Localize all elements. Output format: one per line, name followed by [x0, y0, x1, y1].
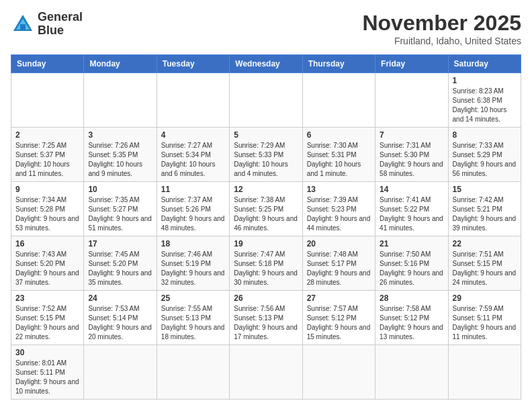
day-number: 11: [161, 185, 225, 194]
day-number: 24: [88, 293, 152, 303]
day-number: 2: [15, 130, 79, 140]
calendar-cell: 21Sunrise: 7:50 AM Sunset: 5:16 PM Dayli…: [375, 236, 448, 291]
day-info: Sunrise: 7:48 AM Sunset: 5:17 PM Dayligh…: [307, 250, 371, 287]
calendar-cell: [302, 73, 375, 128]
calendar-cell: 4Sunrise: 7:27 AM Sunset: 5:34 PM Daylig…: [157, 128, 229, 182]
calendar-cell: 13Sunrise: 7:39 AM Sunset: 5:23 PM Dayli…: [302, 182, 375, 236]
day-number: 3: [88, 130, 152, 140]
day-info: Sunrise: 7:59 AM Sunset: 5:11 PM Dayligh…: [453, 304, 517, 342]
calendar-cell: 5Sunrise: 7:29 AM Sunset: 5:33 PM Daylig…: [230, 128, 302, 182]
title-area: November 2025 Fruitland, Idaho, United S…: [362, 11, 521, 46]
day-number: 14: [380, 185, 443, 194]
day-number: 6: [307, 130, 371, 140]
calendar-cell: [375, 73, 448, 128]
calendar-cell: 28Sunrise: 7:58 AM Sunset: 5:12 PM Dayli…: [375, 291, 448, 345]
calendar-cell: [375, 345, 448, 400]
day-number: 28: [380, 293, 443, 303]
calendar-cell: [84, 345, 157, 400]
day-number: 19: [234, 239, 298, 248]
day-info: Sunrise: 7:35 AM Sunset: 5:27 PM Dayligh…: [88, 195, 152, 233]
day-info: Sunrise: 8:01 AM Sunset: 5:11 PM Dayligh…: [15, 359, 79, 396]
calendar-cell: 2Sunrise: 7:25 AM Sunset: 5:37 PM Daylig…: [11, 128, 84, 182]
calendar-cell: [230, 345, 302, 400]
day-info: Sunrise: 7:39 AM Sunset: 5:23 PM Dayligh…: [307, 195, 371, 233]
calendar-cell: 8Sunrise: 7:33 AM Sunset: 5:29 PM Daylig…: [448, 128, 521, 182]
day-info: Sunrise: 7:26 AM Sunset: 5:35 PM Dayligh…: [88, 141, 152, 179]
calendar-cell: 16Sunrise: 7:43 AM Sunset: 5:20 PM Dayli…: [11, 236, 84, 291]
calendar-cell: 26Sunrise: 7:56 AM Sunset: 5:13 PM Dayli…: [230, 291, 302, 345]
day-number: 20: [307, 239, 371, 248]
logo-icon: [11, 12, 35, 36]
calendar-cell: 18Sunrise: 7:46 AM Sunset: 5:19 PM Dayli…: [157, 236, 229, 291]
header: General Blue November 2025 Fruitland, Id…: [11, 11, 521, 46]
day-info: Sunrise: 7:58 AM Sunset: 5:12 PM Dayligh…: [380, 304, 443, 342]
day-number: 26: [234, 293, 298, 303]
day-info: Sunrise: 7:47 AM Sunset: 5:18 PM Dayligh…: [234, 250, 298, 287]
day-info: Sunrise: 7:37 AM Sunset: 5:26 PM Dayligh…: [161, 195, 225, 233]
day-info: Sunrise: 7:29 AM Sunset: 5:33 PM Dayligh…: [234, 141, 298, 179]
day-info: Sunrise: 7:46 AM Sunset: 5:19 PM Dayligh…: [161, 250, 225, 287]
day-info: Sunrise: 7:50 AM Sunset: 5:16 PM Dayligh…: [380, 250, 443, 287]
weekday-header-thursday: Thursday: [302, 55, 375, 73]
calendar-cell: 30Sunrise: 8:01 AM Sunset: 5:11 PM Dayli…: [11, 345, 84, 400]
day-number: 5: [234, 130, 298, 140]
day-info: Sunrise: 7:33 AM Sunset: 5:29 PM Dayligh…: [453, 141, 517, 179]
calendar-cell: 3Sunrise: 7:26 AM Sunset: 5:35 PM Daylig…: [84, 128, 157, 182]
calendar-cell: 19Sunrise: 7:47 AM Sunset: 5:18 PM Dayli…: [230, 236, 302, 291]
location-title: Fruitland, Idaho, United States: [362, 36, 521, 46]
calendar-cell: 6Sunrise: 7:30 AM Sunset: 5:31 PM Daylig…: [302, 128, 375, 182]
day-info: Sunrise: 7:38 AM Sunset: 5:25 PM Dayligh…: [234, 195, 298, 233]
day-info: Sunrise: 7:52 AM Sunset: 5:15 PM Dayligh…: [15, 304, 79, 342]
calendar-cell: [84, 73, 157, 128]
calendar-cell: 14Sunrise: 7:41 AM Sunset: 5:22 PM Dayli…: [375, 182, 448, 236]
month-title: November 2025: [362, 11, 521, 36]
day-number: 21: [380, 239, 443, 248]
calendar-cell: [230, 73, 302, 128]
day-info: Sunrise: 7:43 AM Sunset: 5:20 PM Dayligh…: [15, 250, 79, 287]
day-info: Sunrise: 7:42 AM Sunset: 5:21 PM Dayligh…: [453, 195, 517, 233]
calendar-cell: 15Sunrise: 7:42 AM Sunset: 5:21 PM Dayli…: [448, 182, 521, 236]
calendar-cell: 10Sunrise: 7:35 AM Sunset: 5:27 PM Dayli…: [84, 182, 157, 236]
day-info: Sunrise: 7:30 AM Sunset: 5:31 PM Dayligh…: [307, 141, 371, 179]
weekday-header-row: SundayMondayTuesdayWednesdayThursdayFrid…: [11, 55, 521, 73]
calendar-cell: 17Sunrise: 7:45 AM Sunset: 5:20 PM Dayli…: [84, 236, 157, 291]
calendar-cell: [157, 73, 229, 128]
week-row-0: 1Sunrise: 8:23 AM Sunset: 6:38 PM Daylig…: [11, 73, 521, 128]
weekday-header-friday: Friday: [375, 55, 448, 73]
calendar-cell: 27Sunrise: 7:57 AM Sunset: 5:12 PM Dayli…: [302, 291, 375, 345]
day-number: 9: [15, 185, 79, 194]
calendar-cell: [157, 345, 229, 400]
calendar-cell: 23Sunrise: 7:52 AM Sunset: 5:15 PM Dayli…: [11, 291, 84, 345]
logo: General Blue: [11, 11, 83, 38]
calendar-cell: 24Sunrise: 7:53 AM Sunset: 5:14 PM Dayli…: [84, 291, 157, 345]
week-row-1: 2Sunrise: 7:25 AM Sunset: 5:37 PM Daylig…: [11, 128, 521, 182]
calendar-cell: 22Sunrise: 7:51 AM Sunset: 5:15 PM Dayli…: [448, 236, 521, 291]
calendar-cell: 7Sunrise: 7:31 AM Sunset: 5:30 PM Daylig…: [375, 128, 448, 182]
week-row-4: 23Sunrise: 7:52 AM Sunset: 5:15 PM Dayli…: [11, 291, 521, 345]
day-number: 30: [15, 348, 79, 357]
calendar-cell: 1Sunrise: 8:23 AM Sunset: 6:38 PM Daylig…: [448, 73, 521, 128]
day-number: 15: [453, 185, 517, 194]
calendar-cell: [11, 73, 84, 128]
day-number: 27: [307, 293, 371, 303]
weekday-header-sunday: Sunday: [11, 55, 84, 73]
calendar-cell: 20Sunrise: 7:48 AM Sunset: 5:17 PM Dayli…: [302, 236, 375, 291]
day-info: Sunrise: 8:23 AM Sunset: 6:38 PM Dayligh…: [453, 87, 517, 124]
day-info: Sunrise: 7:56 AM Sunset: 5:13 PM Dayligh…: [234, 304, 298, 342]
day-number: 7: [380, 130, 443, 140]
day-number: 4: [161, 130, 225, 140]
week-row-2: 9Sunrise: 7:34 AM Sunset: 5:28 PM Daylig…: [11, 182, 521, 236]
day-info: Sunrise: 7:51 AM Sunset: 5:15 PM Dayligh…: [453, 250, 517, 287]
day-number: 22: [453, 239, 517, 248]
day-number: 13: [307, 185, 371, 194]
day-info: Sunrise: 7:31 AM Sunset: 5:30 PM Dayligh…: [380, 141, 443, 179]
day-number: 23: [15, 293, 79, 303]
day-number: 8: [453, 130, 517, 140]
calendar-table: SundayMondayTuesdayWednesdayThursdayFrid…: [11, 54, 521, 400]
weekday-header-monday: Monday: [84, 55, 157, 73]
day-info: Sunrise: 7:34 AM Sunset: 5:28 PM Dayligh…: [15, 195, 79, 233]
svg-rect-2: [20, 24, 26, 31]
calendar-cell: 25Sunrise: 7:55 AM Sunset: 5:13 PM Dayli…: [157, 291, 229, 345]
logo-text: General Blue: [38, 11, 83, 38]
calendar-cell: 11Sunrise: 7:37 AM Sunset: 5:26 PM Dayli…: [157, 182, 229, 236]
